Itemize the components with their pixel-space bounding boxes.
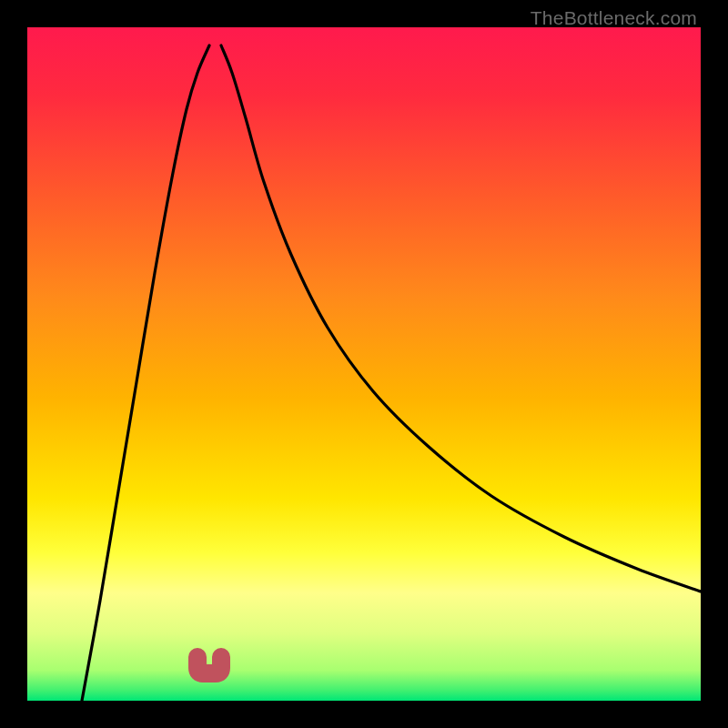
cusp-marker [197, 657, 221, 673]
curve-right-branch [221, 46, 701, 592]
plot-area [27, 27, 701, 701]
watermark-text: TheBottleneck.com [531, 7, 697, 29]
bottleneck-curve [27, 27, 701, 701]
curve-left-branch [82, 46, 209, 701]
chart-frame: TheBottleneck.com [0, 0, 728, 728]
